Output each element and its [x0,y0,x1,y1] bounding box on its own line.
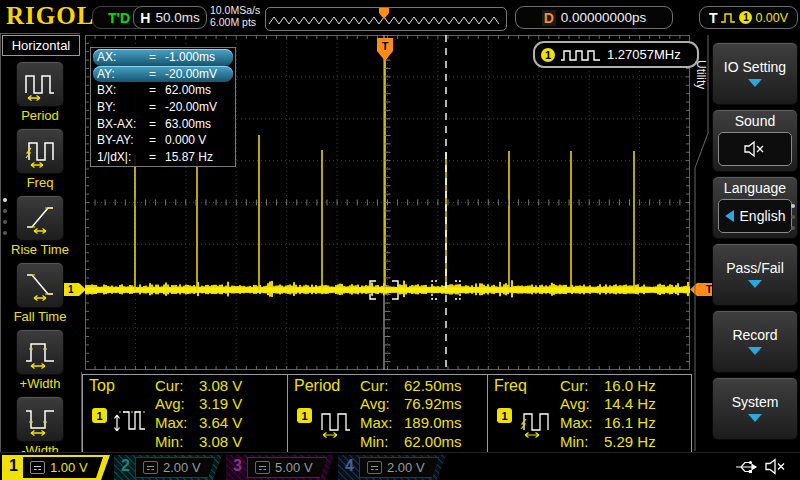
cursor-row-ay: AY:= -20.00mV [93,66,233,83]
dc-coupling-icon [30,461,45,474]
record-button[interactable]: Record [712,310,798,373]
memory-depth: 6.00M pts [210,16,260,28]
trigger-info-box: T 1 0.00V [699,6,798,29]
plus-width-icon [23,335,57,369]
language-value: English [740,208,786,224]
cursor-readout-panel: AX:= -1.000ms AY:= -20.00mV BX:= 62.00ms… [90,47,236,167]
sound-toggle[interactable] [718,132,792,166]
minus-width-icon [23,402,57,436]
channel-badge: 1 [497,408,512,423]
horizontal-measure-menu: Horizontal Period Freq Rise Time [0,33,82,455]
dc-coupling-icon [143,461,158,474]
rigol-logo: RIGOL [6,2,94,30]
language-select[interactable]: English [718,199,792,233]
menu-item-rise-time[interactable]: Rise Time [1,195,79,257]
menu-item-period[interactable]: Period [1,61,79,123]
sound-button[interactable]: Sound [712,109,798,172]
rise-time-icon [23,201,57,235]
channel-badge: 1 [92,408,107,423]
io-setting-button[interactable]: IO Setting [712,42,798,105]
chevron-down-icon [748,347,762,355]
top-measure-icon [111,403,151,441]
left-menu-title: Horizontal [2,35,80,56]
measurement-values: Cur:62.50ms Avg:76.92ms Max:189.0ms Min:… [360,376,462,450]
chevron-left-icon [725,210,734,222]
measurement-box-top: Top 1 Cur:3.08 V Avg:3.19 V Max:3.64 V M… [82,374,289,453]
channel-2-indicator[interactable]: 2 2.00 V [114,455,222,480]
left-page-dot-2 [3,209,7,213]
pass-fail-button[interactable]: Pass/Fail [712,243,798,306]
channel-4-indicator[interactable]: 4 2.00 V [338,455,446,480]
timebase-indicator: H 50.0ms [133,6,207,29]
cursor-row-invdx: 1/|dX|:= 15.87 Hz [93,149,233,166]
trigger-t-label: T [709,10,718,26]
channel-1-indicator[interactable]: 1 1.00 V [2,455,110,480]
h-label: H [140,10,150,26]
chevron-down-icon [748,280,762,288]
trigger-level-value: 0.00V [755,11,788,25]
square-wave-icon [560,47,602,62]
channel-3-scale: 5.00 V [247,457,327,478]
hardware-frequency-counter: 1 1.27057MHz [533,41,699,68]
counter-value: 1.27057MHz [607,47,681,62]
delay-indicator: D 0.00000000ps [515,6,673,29]
cursor-row-ax: AX:= -1.000ms [93,49,233,66]
menu-item-pos-width[interactable]: +Width [1,329,79,391]
channel-1-scale: 1.00 V [23,457,103,478]
period-icon [23,67,57,101]
freq-measure-icon [516,403,556,441]
timebase-value: 50.0ms [155,10,199,25]
left-page-dot-1 [3,198,7,202]
delay-value: 0.00000000ps [561,10,647,25]
trigger-status-text: T'D [108,10,130,26]
trigger-edge-icon [720,11,736,24]
right-page-dot-1 [791,204,795,208]
measurement-box-period: Period 1 Cur:62.50ms Avg:76.92ms Max:189… [287,374,492,453]
right-page-dot-3 [791,226,795,230]
svg-text:T: T [382,40,389,52]
speaker-muted-icon [764,457,788,476]
left-page-dot-4 [3,231,7,235]
delay-label: D [542,10,556,26]
fall-time-icon [23,268,57,302]
acquisition-info: 10.0MSa/s 6.00M pts [210,4,260,28]
measurement-values: Cur:16.0 Hz Avg:14.4 Hz Max:16.1 Hz Min:… [560,376,656,450]
period-measure-icon [316,403,356,441]
channel-status-bar: 1 1.00 V 2 2.00 V 3 5.00 V 4 2.0 [0,452,800,480]
cursor-row-by: BY:= -20.00mV [93,99,233,116]
dc-coupling-icon [367,461,382,474]
waveform-preview-bar[interactable] [265,7,507,31]
system-button[interactable]: System [712,377,798,440]
menu-item-freq[interactable]: Freq [1,128,79,190]
cursor-row-bxax: BX-AX:= 63.00ms [93,115,233,132]
cursor-row-bx: BX:= 62.00ms [93,82,233,99]
right-page-dot-2 [791,215,795,219]
language-button[interactable]: Language English [712,176,798,239]
counter-channel-badge: 1 [541,48,555,62]
chevron-down-icon [748,79,762,87]
utility-tab-outline [692,33,712,453]
sample-rate: 10.0MSa/s [210,4,260,16]
channel-4-scale: 2.00 V [359,457,439,478]
menu-item-neg-width[interactable]: -Width [1,396,79,458]
trigger-source-badge: 1 [739,11,752,24]
channel-badge: 1 [297,408,312,423]
speaker-muted-icon [742,140,768,158]
freq-icon [23,134,57,168]
measurement-values: Cur:3.08 V Avg:3.19 V Max:3.64 V Min:3.0… [155,376,242,450]
trigger-position-marker[interactable]: T [377,38,393,61]
usb-icon [734,458,760,476]
cursor-row-byay: BY-AY:= 0.000 V [93,132,233,149]
measurement-box-freq: Freq 1 Cur:16.0 Hz Avg:14.4 Hz Max:16.1 … [487,374,692,453]
channel-3-indicator[interactable]: 3 5.00 V [226,455,334,480]
chevron-down-icon [748,414,762,422]
channel-2-scale: 2.00 V [135,457,215,478]
oscilloscope-screen: RIGOL T'D H 50.0ms 10.0MSa/s 6.00M pts D… [0,0,800,480]
left-page-dot-3 [3,220,7,224]
dc-coupling-icon [255,461,270,474]
